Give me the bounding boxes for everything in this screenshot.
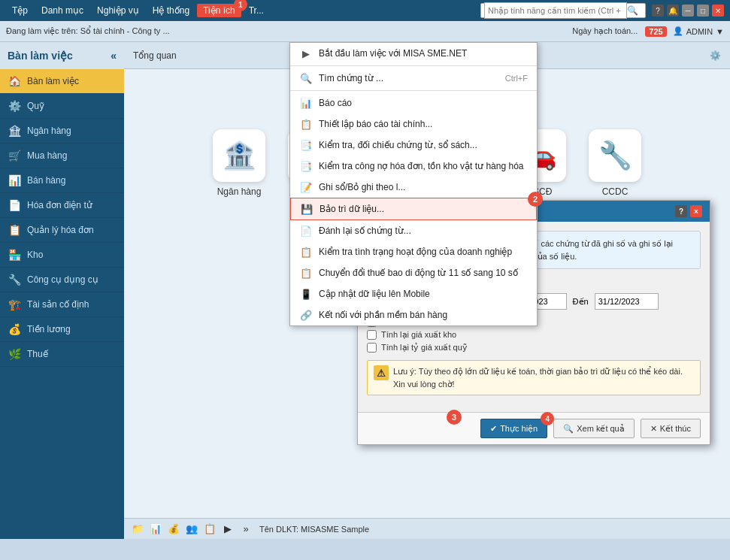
checkbox-tinh-lai-gia[interactable]: Tính lại giá xuất kho [367,330,701,340]
status-icon-money[interactable]: 💰 [166,522,181,537]
menu-item-tim-chung-tu[interactable]: 🔍 Tìm chứng từ ... Ctrl+F [290,68,537,89]
dialog-help-btn[interactable]: ? [675,205,687,217]
menu-item-label: Bắt đầu làm việc với MISA SME.NET [319,48,467,59]
settings-icon: 📋 [299,117,313,131]
xem-ket-qua-button[interactable]: 🔍 Xem kết quả [553,419,635,438]
sidebar-label: Bán hàng [27,175,65,186]
menu-item-thiet-lap-bao-cao[interactable]: 📋 Thiết lập báo cáo tài chính... [290,114,537,135]
sidebar-item-thue[interactable]: 🌿 Thuế [0,342,124,367]
sidebar-item-tai-san[interactable]: 🏗️ Tài sản cố định [0,292,124,317]
report-icon: 📊 [299,96,313,110]
menu-item-kiem-tra-cong-no[interactable]: 📑 Kiểm tra công nợ hóa đơn, tồn kho vật … [290,156,537,177]
content-title: Tổng quan [133,50,177,61]
checkbox-tinh-lai-ty-gia-input[interactable] [367,343,377,353]
menu-item-label: Kết nối với phần mềm bán hàng [319,310,447,320]
status-icon-chart[interactable]: 📊 [148,522,163,537]
sidebar-item-mua-hang[interactable]: 🛒 Mua hàng [0,144,124,168]
sidebar-label: Quản lý hóa đơn [27,225,94,235]
admin-icon: 👤 [673,26,683,36]
minimize-btn[interactable]: ─ [682,5,694,17]
menu-item-label: Bảo trì dữ liệu... [320,204,384,214]
sidebar-item-kho[interactable]: 🏪 Kho [0,243,124,268]
status-icon-folder[interactable]: 📁 [130,522,145,537]
content-area: Tổng quan ⚙️ 🏦 Ngân hàng 🛒 Mua hàng 🏪 Bá… [124,42,730,539]
settings-icon[interactable]: ⚙️ [710,50,721,61]
menu-item-danh-lai-so[interactable]: 📄 Đánh lại số chứng từ... [290,220,537,241]
sidebar-item-ngan-hang[interactable]: 🏦 Ngân hàng [0,119,124,144]
ket-thuc-label: Kết thúc [660,424,691,434]
dashboard-item-ngan-hang[interactable]: 🏦 Ngân hàng [213,129,265,197]
menu-item-label: Tìm chứng từ ... [319,73,383,83]
menu-item-label: Chuyển đổi thuế bao di động từ 11 số san… [319,268,518,278]
title-bar: Tệp Danh mục Nghiệp vụ Hệ thống Tiện ích… [0,0,730,21]
maximize-btn[interactable]: □ [697,5,709,17]
check-icon: ✔ [490,424,497,434]
checkbox-tinh-lai-ty-gia[interactable]: Tính lại tỷ giá xuất quỹ [367,343,701,353]
magnify-icon: 🔍 [563,424,574,434]
sidebar-item-ban-lam-viec[interactable]: 🏠 Bàn làm việc [0,69,124,94]
menu-item-label: Báo cáo [319,98,352,108]
dashboard-item-ccdc[interactable]: 🔧 CCDC [589,129,641,197]
menu-item-bao-cao[interactable]: 📊 Báo cáo [290,92,537,114]
dialog-close-btn[interactable]: × [690,205,702,217]
menu-item-bat-dau[interactable]: ▶ Bắt đầu làm việc với MISA SME.NET [290,43,537,64]
menu-tienich[interactable]: Tiện ích 1 [197,4,241,17]
menu-item-chuyen-doi-thue[interactable]: 📋 Chuyển đổi thuế bao di động từ 11 số s… [290,262,537,283]
menu-item-ket-noi[interactable]: 🔗 Kết nối với phần mềm bán hàng [290,304,537,325]
sidebar-item-quy[interactable]: ⚙️ Quỹ [0,94,124,119]
menu-separator [290,90,537,91]
link-icon: 🔗 [299,308,313,322]
menu-item-cap-nhat-mobile[interactable]: 📱 Cập nhật dữ liệu lên Mobile [290,283,537,304]
sidebar-icon-cong-cu: 🔧 [8,273,21,286]
menu-item-label: Thiết lập báo cáo tài chính... [319,119,432,129]
status-icon-play[interactable]: ▶ [220,522,235,537]
sidebar-header: Bàn làm việc « [0,42,124,69]
menu-item-label: Cập nhật dữ liệu lên Mobile [319,289,430,299]
menu-hethong[interactable]: Hệ thống [147,4,195,17]
write-icon: 📝 [299,180,313,194]
sidebar-item-ban-hang[interactable]: 📊 Bán hàng [0,168,124,193]
den-input[interactable] [595,293,659,310]
help-btn[interactable]: ? [652,5,664,17]
sidebar-label: Thuế [27,349,48,359]
step-badge-2: 2 [528,192,543,207]
status-text: Tên DLKT: MISASME Sample [259,525,369,534]
menu-item-ghi-so[interactable]: 📝 Ghi sổ/Bỏ ghi theo l... [290,177,537,198]
sidebar-icon-kho: 🏪 [8,248,21,262]
status-icon-list[interactable]: 📋 [202,522,217,537]
checkbox-tinh-lai-gia-input[interactable] [367,330,377,340]
sidebar-collapse-icon[interactable]: « [111,50,117,62]
working-text: Đang làm việc trên: Sổ tài chính - Công … [6,26,572,36]
dialog-footer: ✔ Thực hiện 4 🔍 Xem kết quả ✕ Kết thúc [358,412,710,444]
sidebar-item-quan-ly-hoa-don[interactable]: 📋 Quản lý hóa đơn [0,218,124,243]
menu-item-bao-tri[interactable]: 💾 Bảo trì dữ liệu... 2 [290,198,537,220]
dropdown-menu: ▶ Bắt đầu làm việc với MISA SME.NET 🔍 Tì… [289,42,538,326]
search-bar[interactable]: 🔍 [480,3,646,18]
close-btn[interactable]: ✕ [712,5,724,17]
list-icon: 📑 [299,159,313,173]
ket-thuc-button[interactable]: ✕ Kết thúc [641,419,701,438]
sidebar-item-cong-cu[interactable]: 🔧 Công cụ dụng cụ [0,268,124,292]
notification-badge[interactable]: 725 [645,26,666,37]
menu-item-kiem-tra-tinh-trang[interactable]: 📋 Kiểm tra tình trạng hoạt động của doan… [290,241,537,262]
notification-btn[interactable]: 🔔 [667,5,679,17]
menu-danhmuc[interactable]: Danh mục [35,4,89,17]
expand-icon[interactable]: » [238,522,253,537]
thuc-hien-button[interactable]: ✔ Thực hiện 4 [480,419,547,438]
admin-area[interactable]: 👤 ADMIN ▼ [673,26,724,36]
menu-item-kiem-tra-doi-chieu[interactable]: 📑 Kiểm tra, đối chiếu chứng từ, sổ sách.… [290,135,537,156]
convert-icon: 📋 [299,266,313,280]
menu-item-label: Kiểm tra công nợ hóa đơn, tồn kho vật tư… [319,161,523,171]
shortcut-label: Ctrl+F [505,74,528,83]
sidebar-label: Kho [27,250,43,260]
status-bar: 📁 📊 💰 👥 📋 ▶ » Tên DLKT: MISASME Sample [124,518,730,539]
status-icon-users[interactable]: 👥 [184,522,199,537]
checkbox-tinh-lai-gia-label: Tính lại giá xuất kho [381,330,456,340]
sidebar-item-tien-luong[interactable]: 💰 Tiền lương [0,317,124,342]
dashboard-icon-box: 🔧 [589,129,641,182]
sidebar-item-hoa-don-dien-tu[interactable]: 📄 Hóa đơn điện tử [0,193,124,218]
menu-tep[interactable]: Tệp [6,4,34,17]
menu-nghiepvu[interactable]: Nghiệp vụ [91,4,145,17]
admin-chevron: ▼ [716,27,724,36]
search-input[interactable] [484,2,627,19]
